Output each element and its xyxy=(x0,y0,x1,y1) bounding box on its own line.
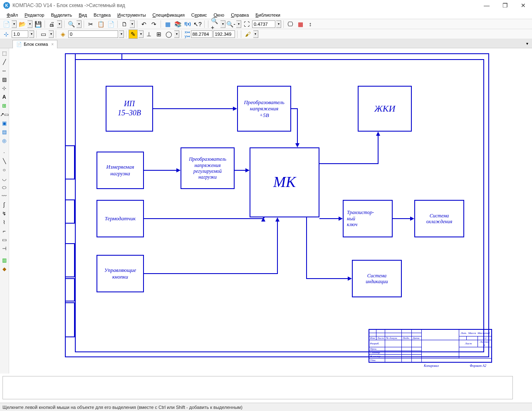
tool-rect[interactable]: ▭ xyxy=(0,236,8,244)
coord-x-input[interactable] xyxy=(191,30,213,38)
style-dropdown[interactable]: ▾ xyxy=(139,30,144,38)
help-cursor-button[interactable]: ↖? xyxy=(193,20,202,29)
tool-curve[interactable]: ⌇ xyxy=(0,218,8,227)
coord-y-input[interactable] xyxy=(213,30,235,38)
menu-libraries[interactable]: Библиотеки xyxy=(252,12,284,18)
tool-select[interactable]: ⬚ xyxy=(0,49,8,57)
zoom-out-button[interactable]: 🔍- xyxy=(226,20,235,29)
tool-table[interactable]: ⊞ xyxy=(0,102,8,110)
stamp-left-3 xyxy=(65,243,75,277)
tool-move[interactable]: ↗▭ xyxy=(0,110,8,119)
menu-editor[interactable]: Редактор xyxy=(21,12,47,18)
property-input[interactable] xyxy=(2,376,513,399)
brush-dropdown[interactable]: ▾ xyxy=(253,30,258,38)
new-dropdown[interactable]: ▾ xyxy=(12,20,17,28)
preview-dropdown[interactable]: ▾ xyxy=(77,20,82,28)
layer-icon[interactable]: ◈ xyxy=(58,30,67,39)
spec-button[interactable]: ▦ xyxy=(163,20,172,29)
open-dropdown[interactable]: ▾ xyxy=(27,20,32,28)
fx-button[interactable]: f(x) xyxy=(183,20,192,29)
tool-axis[interactable]: ⊹ xyxy=(0,84,8,92)
tool-dimension-h[interactable]: ↔ xyxy=(0,67,8,75)
menu-insert[interactable]: Вставка xyxy=(90,12,114,18)
block-buttons: Управляющие кнопки xyxy=(97,255,144,292)
tab-close-button[interactable]: × xyxy=(51,42,54,47)
tool-measure[interactable]: ◎ xyxy=(0,137,8,145)
layer-dropdown[interactable]: ▾ xyxy=(119,30,124,38)
tool-box1[interactable]: ▣ xyxy=(0,119,8,127)
tabs-overflow-button[interactable]: ▾ xyxy=(524,40,530,47)
menu-select[interactable]: Выделить xyxy=(47,12,75,18)
tool-box2[interactable]: ▤ xyxy=(0,128,8,136)
layer-input[interactable] xyxy=(68,30,118,38)
print-button[interactable]: 🖨 xyxy=(47,20,56,29)
doc-tabs: 📄 Блок схема × ▾ xyxy=(0,39,532,48)
copy-button[interactable]: 📋 xyxy=(96,20,105,29)
conn-mk-lcd-v xyxy=(378,136,379,164)
tool-break[interactable]: ʃ xyxy=(0,201,8,209)
preview-button[interactable]: 🔍 xyxy=(67,20,76,29)
redraw-button[interactable]: ▦ xyxy=(296,20,305,29)
menu-spec[interactable]: Спецификация xyxy=(149,12,188,18)
new-button[interactable]: 📄 xyxy=(2,20,11,29)
open-button[interactable]: 📂 xyxy=(17,20,27,29)
brush-button[interactable]: 🖌 xyxy=(243,30,252,39)
tool-segment[interactable]: ╲ xyxy=(0,157,8,165)
save-button[interactable]: 💾 xyxy=(33,20,42,29)
undo-button[interactable]: ↶ xyxy=(139,20,148,29)
close-button[interactable]: ✕ xyxy=(518,1,529,10)
tool-ellipse[interactable]: ⬭ xyxy=(0,183,8,192)
round-button[interactable]: ◯ xyxy=(164,30,173,39)
refresh-button[interactable]: 🖵 xyxy=(286,20,295,29)
tool-text[interactable]: A xyxy=(0,93,8,101)
zoom-fit-button[interactable]: ⛶ xyxy=(242,20,251,29)
tool-aux2[interactable]: ◆ xyxy=(0,265,8,273)
zoom-in-button[interactable]: 🔍+ xyxy=(210,20,220,29)
tool-spline[interactable]: 〰 xyxy=(0,192,8,200)
ortho-button[interactable]: ⊥ xyxy=(144,30,153,39)
drawing-canvas[interactable]: ИП 15–30В Преобразователь напряжения +5В… xyxy=(9,48,532,374)
zoom-input[interactable] xyxy=(252,20,275,28)
scale-dropdown[interactable]: ▾ xyxy=(29,30,34,38)
group-dropdown[interactable]: ▾ xyxy=(49,30,54,38)
doc-icon: 📄 xyxy=(16,42,22,47)
maximize-button[interactable]: ❐ xyxy=(500,1,510,10)
minimize-button[interactable]: — xyxy=(481,1,492,10)
tool-polyline[interactable]: ↯ xyxy=(0,209,8,218)
menu-view[interactable]: Вид xyxy=(75,12,90,18)
paste-button[interactable]: 📄 xyxy=(106,20,115,29)
style-button[interactable]: ✎ xyxy=(129,30,138,39)
tool-circle[interactable]: ○ xyxy=(0,166,8,174)
menu-help[interactable]: Справка xyxy=(228,12,252,18)
group-button[interactable]: ▭ xyxy=(39,30,48,39)
cut-button[interactable]: ✂ xyxy=(86,20,95,29)
tool-hatch[interactable]: ▨ xyxy=(0,75,8,84)
snap-button[interactable]: ⊞ xyxy=(154,30,163,39)
tool-fillet[interactable]: ⌐ xyxy=(0,227,8,235)
scale-input[interactable] xyxy=(12,30,28,38)
print-dropdown[interactable]: ▾ xyxy=(57,20,62,28)
zoom-in-dropdown[interactable]: ▾ xyxy=(220,20,225,28)
tool-aux1[interactable]: ▥ xyxy=(0,256,8,264)
block-convreg: Преобразователь напряжения регулируемой … xyxy=(181,147,235,189)
tool-point[interactable]: · xyxy=(0,148,8,157)
stamp-left-4 xyxy=(65,278,75,301)
coords-button[interactable]: ⊹ xyxy=(2,30,11,39)
tool-trim[interactable]: ⊣ xyxy=(0,244,8,253)
tool-arc[interactable]: ◡ xyxy=(0,174,8,183)
round-dropdown[interactable]: ▾ xyxy=(174,30,179,38)
tool-line[interactable]: ╱ xyxy=(0,58,8,66)
menu-file[interactable]: Файл xyxy=(3,12,21,18)
properties-button[interactable]: 🗋 xyxy=(120,20,129,29)
zoom-out-dropdown[interactable]: ▾ xyxy=(236,20,241,28)
scroll-button[interactable]: ↕ xyxy=(306,20,315,29)
menu-tools[interactable]: Инструменты xyxy=(114,12,149,18)
tab-active[interactable]: 📄 Блок схема × xyxy=(12,40,57,48)
zoom-dropdown[interactable]: ▾ xyxy=(276,20,281,28)
app-icon: K xyxy=(3,2,10,9)
window-title: КОМПАС-3D V14 - Блок схема ->Системный в… xyxy=(12,2,481,8)
properties-dropdown[interactable]: ▾ xyxy=(130,20,135,28)
menu-service[interactable]: Сервис xyxy=(188,12,210,18)
library-mgr-button[interactable]: 📚 xyxy=(173,20,182,29)
redo-button[interactable]: ↷ xyxy=(149,20,158,29)
